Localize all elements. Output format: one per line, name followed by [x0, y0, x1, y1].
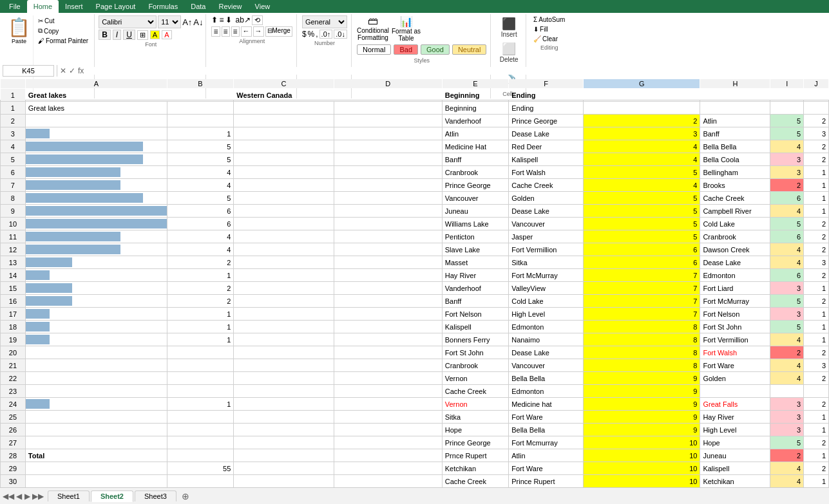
cell-h27[interactable]: 5 — [770, 436, 804, 449]
cell-c27[interactable] — [234, 436, 334, 449]
cell-g10[interactable]: Cold Lake — [700, 218, 770, 230]
cell-f23[interactable]: Edmonton — [509, 385, 584, 398]
cell-g24[interactable]: Great Falls — [700, 398, 770, 411]
cell-d17[interactable] — [334, 308, 442, 321]
cell-f21[interactable]: Vancouver — [509, 359, 584, 372]
cell-d5[interactable] — [334, 153, 442, 166]
cell-h23[interactable] — [770, 385, 804, 398]
cell-e18[interactable]: Kalispell — [442, 321, 508, 333]
cell-c28[interactable] — [234, 449, 334, 462]
cell-d8[interactable] — [334, 192, 442, 205]
cell-b15[interactable]: 2 — [167, 282, 234, 295]
cell-a11[interactable] — [25, 230, 167, 243]
col-header-g[interactable]: G — [584, 79, 700, 89]
cell-h26[interactable]: 3 — [770, 424, 804, 436]
cell-d10[interactable] — [334, 218, 442, 230]
cell-g20[interactable]: Fort Walsh — [700, 346, 770, 359]
cell-f13[interactable]: Sitka — [509, 256, 584, 269]
cell-e30[interactable]: Cache Creek — [442, 475, 508, 488]
cell-d13[interactable] — [334, 256, 442, 269]
cell-b22[interactable] — [167, 372, 234, 385]
cell-i30[interactable]: 1 — [804, 475, 829, 488]
cell-d9[interactable] — [334, 205, 442, 218]
cell-i15[interactable]: 1 — [804, 282, 829, 295]
cell-g4[interactable]: Bella Bella — [700, 140, 770, 153]
cell-b1[interactable] — [167, 102, 234, 115]
cell-g28[interactable]: Juneau — [700, 449, 770, 462]
cell-h17[interactable]: 3 — [770, 308, 804, 321]
cell-b19[interactable]: 1 — [167, 333, 234, 346]
cell-c2[interactable] — [234, 115, 334, 127]
cell-d30[interactable] — [334, 475, 442, 488]
cell-f30[interactable]: Prince Rupert — [509, 475, 584, 488]
insert-function-button[interactable]: fx — [78, 66, 84, 75]
cell-i11[interactable]: 2 — [804, 230, 829, 243]
cell-h2[interactable]: 5 — [770, 115, 804, 127]
cell-a19[interactable] — [25, 333, 167, 346]
border-button[interactable]: ⊞ — [137, 30, 148, 40]
cell-i17[interactable]: 1 — [804, 308, 829, 321]
autosum-button[interactable]: ΣAutoSum — [531, 15, 567, 24]
cell-d23[interactable] — [334, 385, 442, 398]
cell-h14[interactable]: 6 — [770, 269, 804, 282]
cell-b12[interactable]: 4 — [167, 243, 234, 256]
cell-a10[interactable] — [25, 218, 167, 230]
cancel-formula-button[interactable]: ✕ — [60, 66, 66, 75]
cell-ge6[interactable]: 5 — [584, 166, 700, 179]
cell-g8[interactable]: Cache Creek — [700, 192, 770, 205]
cell-e17[interactable]: Fort Nelson — [442, 308, 508, 321]
cell-h8[interactable]: 6 — [770, 192, 804, 205]
fill-button[interactable]: ⬇Fill — [531, 25, 567, 33]
cell-e25[interactable]: Sitka — [442, 411, 508, 424]
cell-e1[interactable]: Beginning — [442, 102, 508, 115]
cell-i5[interactable]: 2 — [804, 153, 829, 166]
cell-i20[interactable]: 2 — [804, 346, 829, 359]
cell-e11[interactable]: Penticton — [442, 230, 508, 243]
col-header-d[interactable]: D — [334, 79, 442, 89]
cell-a1[interactable]: Great lakes — [25, 102, 167, 115]
cell-ge12[interactable]: 6 — [584, 243, 700, 256]
sheet-nav-arrows[interactable]: ◀◀ ◀ ▶ ▶▶ — [3, 492, 44, 501]
merge-center-button[interactable]: ⊟Merge — [265, 26, 292, 37]
cell-c11[interactable] — [234, 230, 334, 243]
cell-f6[interactable]: Fort Walsh — [509, 166, 584, 179]
cell-b6[interactable]: 4 — [167, 166, 234, 179]
cell-h13[interactable]: 4 — [770, 256, 804, 269]
cell-ge20[interactable]: 8 — [584, 346, 700, 359]
cell-g2[interactable]: Atlin — [700, 115, 770, 127]
cell-d6[interactable] — [334, 166, 442, 179]
cell-h10[interactable]: 5 — [770, 218, 804, 230]
cell-c16[interactable] — [234, 295, 334, 308]
style-bad-box[interactable]: Bad — [394, 44, 418, 55]
cell-i12[interactable]: 2 — [804, 243, 829, 256]
cell-c26[interactable] — [234, 424, 334, 436]
cell-h19[interactable]: 4 — [770, 333, 804, 346]
cell-e12[interactable]: Slave Lake — [442, 243, 508, 256]
cell-h3[interactable]: 5 — [770, 127, 804, 140]
cell-e6[interactable]: Cranbrook — [442, 166, 508, 179]
cell-f8[interactable]: Golden — [509, 192, 584, 205]
cell-h25[interactable]: 3 — [770, 411, 804, 424]
col-header-e[interactable]: E — [442, 79, 508, 89]
cell-g9[interactable]: Campbell River — [700, 205, 770, 218]
cell-d14[interactable] — [334, 269, 442, 282]
cell-ge16[interactable]: 7 — [584, 295, 700, 308]
cell-e23[interactable]: Cache Creek — [442, 385, 508, 398]
cell-b23[interactable] — [167, 385, 234, 398]
cell-f14[interactable]: Fort McMurray — [509, 269, 584, 282]
cell-h18[interactable]: 5 — [770, 321, 804, 333]
cell-d2[interactable] — [334, 115, 442, 127]
cell-g25[interactable]: Hay River — [700, 411, 770, 424]
cell-h20[interactable]: 2 — [770, 346, 804, 359]
cell-ge3[interactable]: 3 — [584, 127, 700, 140]
comma-button[interactable]: , — [316, 30, 318, 39]
cell-ge22[interactable]: 9 — [584, 372, 700, 385]
cell-c15[interactable] — [234, 282, 334, 295]
cell-e2[interactable]: Vanderhoof — [442, 115, 508, 127]
cell-c8[interactable] — [234, 192, 334, 205]
formula-input[interactable] — [86, 67, 826, 75]
cell-d16[interactable] — [334, 295, 442, 308]
insert-button[interactable]: ⬛Insert — [496, 15, 522, 39]
cell-a26[interactable] — [25, 424, 167, 436]
cell-a4[interactable] — [25, 140, 167, 153]
